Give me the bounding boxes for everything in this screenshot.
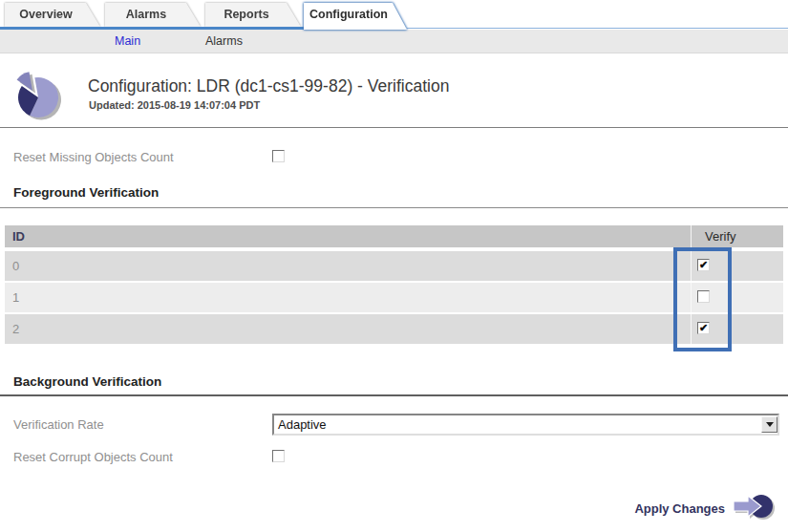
updated-timestamp: Updated: 2015-08-19 14:07:04 PDT bbox=[89, 99, 260, 111]
table-row: 1 ✔ bbox=[5, 283, 783, 312]
row-verify-cell: ✔ bbox=[691, 314, 783, 344]
page-title: Configuration: LDR (dc1-cs1-99-82) - Ver… bbox=[88, 76, 449, 96]
tab-bar-baseline bbox=[407, 28, 788, 29]
row-id-cell: 0 bbox=[5, 251, 691, 281]
check-icon: ✔ bbox=[699, 260, 708, 270]
tab-label: Alarms bbox=[105, 3, 201, 27]
tab-overview[interactable]: Overview bbox=[5, 3, 100, 27]
pie-chart-icon bbox=[12, 68, 66, 121]
apply-changes-label: Apply Changes bbox=[634, 501, 725, 516]
tab-label: Configuration bbox=[304, 3, 407, 27]
table-header-row: ID Verify bbox=[5, 225, 783, 247]
section-divider bbox=[0, 394, 788, 396]
apply-changes-button[interactable]: Apply Changes bbox=[634, 493, 776, 523]
reset-missing-objects-checkbox[interactable]: ✔ bbox=[272, 150, 285, 162]
table-row: 0 ✔ bbox=[5, 251, 783, 281]
reset-corrupt-objects-checkbox[interactable]: ✔ bbox=[272, 450, 285, 462]
sub-navigation: Main Alarms bbox=[0, 30, 788, 53]
verify-checkbox[interactable]: ✔ bbox=[697, 322, 710, 334]
subnav-item-alarms[interactable]: Alarms bbox=[205, 30, 243, 53]
section-divider bbox=[0, 207, 788, 208]
check-icon: ✔ bbox=[699, 323, 708, 333]
table-row: 2 ✔ bbox=[5, 314, 783, 344]
selected-option: Adaptive bbox=[274, 416, 761, 434]
row-verify-cell: ✔ bbox=[691, 283, 783, 312]
tab-configuration[interactable]: Configuration bbox=[304, 3, 407, 30]
header-divider bbox=[0, 127, 788, 128]
verify-checkbox[interactable]: ✔ bbox=[697, 290, 710, 303]
apply-arrow-icon bbox=[732, 494, 776, 522]
background-verification-heading: Background Verification bbox=[13, 374, 161, 389]
column-header-id: ID bbox=[5, 225, 691, 247]
verify-checkbox[interactable]: ✔ bbox=[697, 259, 710, 271]
verification-rate-select[interactable]: Adaptive bbox=[272, 414, 779, 436]
tab-reports[interactable]: Reports bbox=[205, 3, 301, 27]
row-id-cell: 1 bbox=[5, 283, 691, 312]
tab-label: Overview bbox=[5, 3, 100, 27]
tab-label: Reports bbox=[205, 3, 301, 27]
caret-down-icon bbox=[766, 422, 774, 427]
foreground-verification-heading: Foreground Verification bbox=[13, 185, 159, 200]
row-verify-cell: ✔ bbox=[691, 251, 783, 281]
reset-corrupt-objects-label: Reset Corrupt Objects Count bbox=[13, 450, 173, 464]
verification-rate-label: Verification Rate bbox=[13, 417, 104, 432]
reset-missing-objects-label: Reset Missing Objects Count bbox=[13, 150, 174, 164]
column-header-verify: Verify bbox=[691, 225, 783, 247]
ldr-verification-configuration-page: Overview Alarms Reports Configuration Ma… bbox=[0, 0, 788, 532]
dropdown-arrow-button[interactable] bbox=[761, 416, 777, 433]
foreground-verification-table: ID Verify 0 ✔ 1 ✔ 2 ✔ bbox=[5, 225, 783, 346]
subnav-item-main[interactable]: Main bbox=[115, 30, 140, 53]
row-id-cell: 2 bbox=[5, 314, 691, 344]
tab-alarms[interactable]: Alarms bbox=[105, 3, 201, 27]
